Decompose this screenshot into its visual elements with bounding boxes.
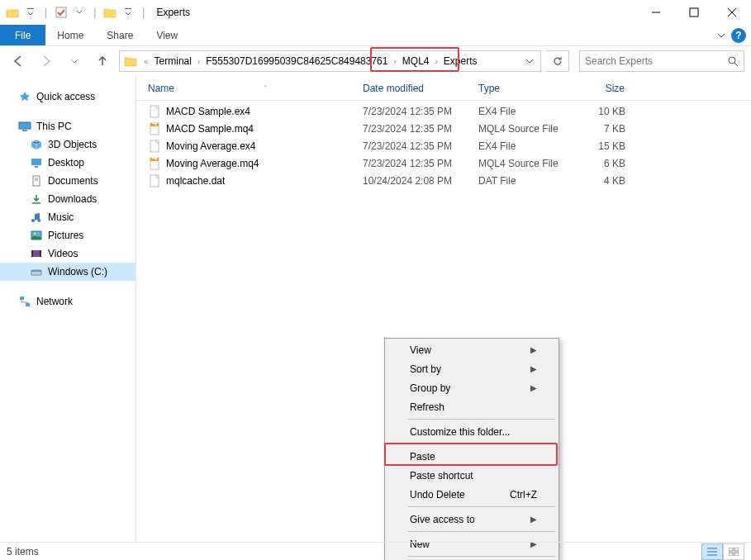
svg-rect-38 [734, 548, 739, 551]
tab-view[interactable]: View [145, 25, 189, 45]
svg-rect-33 [150, 175, 159, 187]
file-type: MQL4 Source File [473, 158, 573, 169]
chev-icon[interactable]: › [193, 57, 204, 66]
breadcrumb-folder-icon [121, 55, 140, 67]
back-button[interactable] [7, 51, 30, 71]
close-button[interactable] [713, 0, 751, 25]
sidebar-item-music[interactable]: Music [0, 208, 135, 226]
breadcrumb-seg-1[interactable]: F555307D16995039C84625C849483761 [204, 55, 389, 67]
file-date: 10/24/2024 2:08 PM [358, 175, 473, 187]
help-icon[interactable]: ? [731, 28, 746, 43]
svg-text:4: 4 [152, 157, 158, 163]
sidebar-item-3d-objects[interactable]: 3D Objects [0, 135, 135, 154]
window-title: Experts [151, 7, 190, 18]
svg-rect-37 [729, 548, 733, 551]
sidebar-network[interactable]: Network [0, 292, 135, 311]
ctx-separator [408, 419, 555, 420]
chevron-right-icon: ▶ [530, 364, 537, 373]
svg-point-7 [729, 57, 735, 64]
qat-dropdown2-icon[interactable] [72, 3, 87, 21]
svg-rect-10 [22, 130, 27, 131]
minimize-button[interactable] [637, 0, 675, 25]
tab-home[interactable]: Home [45, 25, 95, 45]
ctx-give-access[interactable]: Give access to▶ [387, 510, 557, 529]
ctx-view[interactable]: View▶ [387, 340, 557, 359]
breadcrumb-dropdown-icon[interactable] [520, 57, 539, 65]
chevron-right-icon: ▶ [530, 383, 537, 392]
ctx-undo-delete[interactable]: Undo DeleteCtrl+Z [387, 485, 557, 504]
sidebar-item-documents[interactable]: Documents [0, 172, 135, 190]
file-row[interactable]: 4Moving Average.mq47/23/2024 12:35 PMMQL… [136, 154, 751, 172]
file-type: EX4 File [473, 140, 573, 152]
maximize-button[interactable] [675, 0, 713, 25]
search-input[interactable]: Search Experts [579, 50, 744, 72]
svg-rect-39 [729, 553, 733, 556]
network-icon [18, 295, 31, 308]
search-icon[interactable] [727, 55, 739, 67]
sidebar-label: Videos [48, 248, 78, 259]
file-size: 6 KB [573, 158, 639, 169]
column-size[interactable]: Size [573, 76, 639, 100]
refresh-button[interactable] [546, 50, 569, 72]
view-large-button[interactable] [723, 543, 744, 560]
file-size: 15 KB [573, 140, 639, 152]
up-button[interactable] [91, 51, 114, 71]
file-tab[interactable]: File [0, 25, 45, 45]
breadcrumb-seg-0[interactable]: Terminal [153, 55, 193, 67]
file-row[interactable]: Moving Average.ex47/23/2024 12:35 PMEX4 … [136, 137, 751, 154]
sidebar-label: Downloads [48, 193, 97, 205]
ctx-refresh[interactable]: Refresh [387, 397, 557, 416]
highlight-rect-breadcrumb [370, 47, 459, 72]
svg-text:4: 4 [152, 122, 158, 128]
svg-rect-2 [125, 8, 131, 9]
sidebar-item-desktop[interactable]: Desktop [0, 154, 135, 172]
tab-share[interactable]: Share [95, 25, 145, 45]
forward-button[interactable] [35, 51, 58, 71]
column-type[interactable]: Type [473, 76, 573, 100]
qat-dropdown3-icon[interactable] [121, 3, 135, 21]
pictures-icon [30, 229, 43, 242]
checkbox-icon[interactable] [54, 3, 69, 21]
ctx-group-by[interactable]: Group by▶ [387, 378, 557, 397]
ctx-separator [408, 531, 555, 532]
svg-rect-9 [19, 122, 31, 129]
sidebar-quick-access[interactable]: Quick access [0, 88, 135, 106]
sidebar-label: Music [48, 211, 74, 223]
file-name: Moving Average.mq4 [166, 158, 259, 169]
recent-dropdown-icon[interactable] [63, 51, 86, 71]
drive-icon [30, 265, 43, 278]
view-details-button[interactable] [701, 543, 723, 560]
qat-divider3: | [139, 7, 148, 18]
ctx-paste-shortcut[interactable]: Paste shortcut [387, 466, 557, 485]
cube-icon [30, 138, 43, 151]
svg-rect-4 [690, 8, 698, 17]
ctx-separator [408, 506, 555, 507]
svg-rect-12 [35, 166, 38, 168]
ctx-customize[interactable]: Customize this folder... [387, 422, 557, 441]
svg-rect-0 [27, 8, 34, 9]
file-row[interactable]: MACD Sample.ex47/23/2024 12:35 PMEX4 Fil… [136, 102, 751, 120]
svg-rect-13 [33, 176, 40, 186]
file-icon [148, 140, 161, 153]
sidebar-this-pc[interactable]: This PC [0, 117, 135, 135]
column-date[interactable]: Date modified [358, 76, 473, 100]
ctx-sort-by[interactable]: Sort by▶ [387, 359, 557, 378]
svg-rect-22 [31, 270, 41, 272]
sidebar-label: Windows (C:) [48, 266, 107, 278]
file-row[interactable]: 4MACD Sample.mq47/23/2024 12:35 PMMQL4 S… [136, 120, 751, 137]
breadcrumb[interactable]: « Terminal › F555307D16995039C84625C8494… [119, 50, 541, 72]
file-row[interactable]: mqlcache.dat10/24/2024 2:08 PMDAT File4 … [136, 172, 751, 189]
qat-dropdown-icon[interactable] [23, 3, 38, 21]
sidebar-label: Desktop [48, 157, 84, 168]
sidebar-item-videos[interactable]: Videos [0, 244, 135, 263]
sidebar-label: Documents [48, 175, 98, 187]
sidebar-item-downloads[interactable]: Downloads [0, 190, 135, 208]
sidebar-item-pictures[interactable]: Pictures [0, 226, 135, 244]
sidebar-label: Quick access [36, 91, 95, 102]
ribbon-expand-icon[interactable] [716, 31, 726, 40]
breadcrumb-overflow[interactable]: « [140, 57, 153, 66]
file-size: 7 KB [573, 123, 639, 135]
sidebar-item-windows-c[interactable]: Windows (C:) [0, 263, 135, 281]
column-name[interactable]: Name⌃ [143, 76, 358, 100]
sidebar-label: This PC [36, 121, 72, 132]
